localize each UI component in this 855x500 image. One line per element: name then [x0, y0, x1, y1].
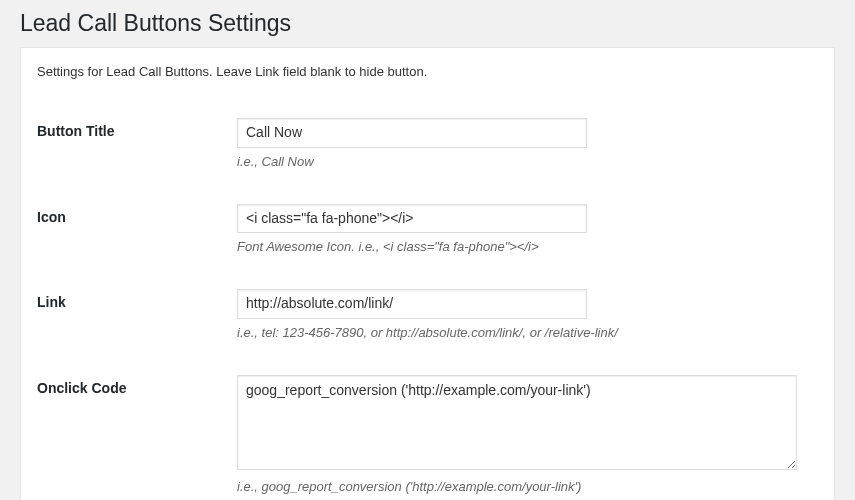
- icon-input[interactable]: [237, 204, 587, 234]
- link-label: Link: [37, 274, 237, 360]
- onclick-textarea[interactable]: [237, 375, 797, 470]
- button-title-input[interactable]: [237, 118, 587, 148]
- button-title-hint: i.e., Call Now: [237, 154, 808, 169]
- link-hint: i.e., tel: 123-456-7890, or http://absol…: [237, 325, 808, 340]
- onclick-label: Onclick Code: [37, 360, 237, 500]
- icon-hint: Font Awesome Icon. i.e., <i class="fa fa…: [237, 239, 808, 254]
- settings-panel: Settings for Lead Call Buttons. Leave Li…: [20, 47, 835, 500]
- intro-text: Settings for Lead Call Buttons. Leave Li…: [37, 64, 818, 79]
- icon-label: Icon: [37, 189, 237, 275]
- button-title-label: Button Title: [37, 103, 237, 189]
- settings-form-table: Button Title i.e., Call Now Icon Font Aw…: [37, 103, 818, 500]
- onclick-hint: i.e., goog_report_conversion ('http://ex…: [237, 479, 808, 494]
- page-title: Lead Call Buttons Settings: [20, 10, 835, 37]
- link-input[interactable]: [237, 289, 587, 319]
